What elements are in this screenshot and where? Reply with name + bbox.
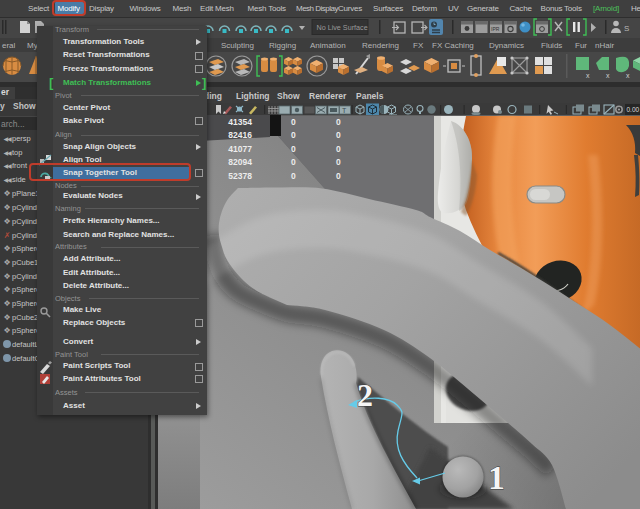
svg-text:No Live Surface: No Live Surface bbox=[317, 23, 368, 32]
svg-text:x: x bbox=[606, 72, 610, 79]
svg-text:2: 2 bbox=[357, 377, 373, 413]
svg-text:IPR: IPR bbox=[491, 26, 500, 32]
svg-text:x: x bbox=[626, 72, 630, 79]
svg-text:0.00: 0.00 bbox=[627, 106, 640, 113]
svg-text:1: 1 bbox=[488, 459, 505, 496]
svg-text:S: S bbox=[624, 24, 629, 33]
svg-text:T: T bbox=[342, 107, 347, 114]
svg-text:x: x bbox=[586, 72, 590, 79]
